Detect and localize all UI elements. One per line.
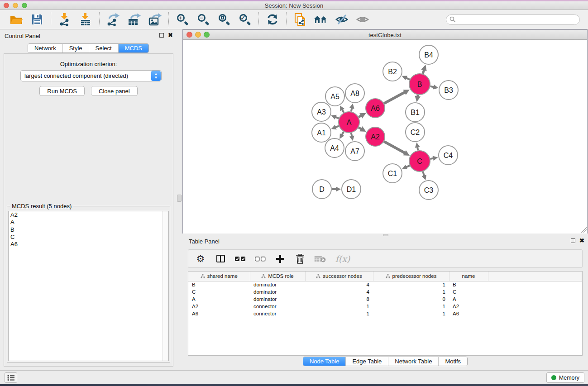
- result-list-item[interactable]: B: [9, 226, 168, 234]
- network-canvas[interactable]: B4B2BB3A8A5A6A3B1AA1C2A2A4A7C4CC1DD1C3: [183, 40, 587, 234]
- export-image-button[interactable]: [147, 12, 163, 27]
- show-all-button[interactable]: [354, 12, 371, 27]
- import-table-button[interactable]: [77, 12, 94, 27]
- zoom-selected-button[interactable]: ✓: [237, 12, 253, 27]
- network-window-titlebar[interactable]: testGlobe.txt: [183, 30, 587, 40]
- result-list-item[interactable]: A: [9, 219, 168, 226]
- hide-selected-button[interactable]: [334, 12, 350, 27]
- vertical-splitter[interactable]: [177, 29, 182, 370]
- table-cell[interactable]: 1: [373, 303, 449, 310]
- minimize-window-button[interactable]: [13, 3, 18, 8]
- table-cell[interactable]: A6: [449, 310, 488, 317]
- task-history-button[interactable]: [5, 372, 17, 383]
- edge-A2-C[interactable]: [384, 142, 405, 153]
- window-resize-handle[interactable]: [581, 227, 587, 233]
- node-table[interactable]: shared nameMCDS rolesuccessor nodesprede…: [188, 271, 583, 356]
- result-list-item[interactable]: A6: [9, 241, 168, 248]
- table-row[interactable]: A2connector11A2: [188, 303, 582, 310]
- memory-button[interactable]: Memory: [546, 372, 584, 383]
- toggle-panel-layout-button[interactable]: [215, 253, 226, 265]
- float-table-panel-icon[interactable]: [571, 238, 575, 243]
- column-header-MCDS-role[interactable]: MCDS role: [250, 272, 305, 281]
- list-scrollbar[interactable]: [163, 211, 168, 361]
- table-row[interactable]: Bdominator41B: [188, 281, 582, 288]
- table-cell[interactable]: 1: [305, 310, 373, 317]
- table-cell[interactable]: 4: [305, 288, 373, 295]
- table-cell[interactable]: 1: [305, 303, 373, 310]
- window-titlebar[interactable]: Session: New Session: [0, 1, 588, 10]
- table-cell[interactable]: B: [449, 281, 488, 288]
- table-cell[interactable]: 1: [373, 310, 449, 317]
- deselect-all-columns-button[interactable]: [254, 253, 266, 265]
- select-all-columns-button[interactable]: [234, 253, 246, 265]
- result-list-item[interactable]: C: [9, 234, 168, 241]
- table-cell[interactable]: A6: [188, 310, 250, 317]
- table-cell[interactable]: 1: [373, 288, 449, 295]
- function-builder-button[interactable]: f(x): [334, 253, 351, 265]
- table-cell[interactable]: C: [449, 288, 488, 295]
- export-network-button[interactable]: [105, 12, 121, 27]
- zoom-fit-button[interactable]: [216, 12, 232, 27]
- node-label-B3: B3: [444, 86, 453, 94]
- table-cell[interactable]: 1: [373, 281, 449, 288]
- table-cell[interactable]: 8: [305, 295, 373, 303]
- edge-A6-B[interactable]: [384, 92, 405, 103]
- add-column-button[interactable]: [274, 253, 286, 265]
- table-row[interactable]: A6connector11A6: [188, 310, 582, 317]
- tab-select[interactable]: Select: [89, 44, 119, 52]
- table-cell[interactable]: C: [188, 288, 250, 295]
- table-cell[interactable]: connector: [250, 303, 305, 310]
- zoom-out-button[interactable]: −: [195, 12, 211, 27]
- tab-node-table[interactable]: Node Table: [303, 357, 346, 366]
- column-header-predecessor-nodes[interactable]: predecessor nodes: [373, 272, 449, 281]
- table-cell[interactable]: dominator: [250, 288, 305, 295]
- table-cell[interactable]: dominator: [250, 295, 305, 303]
- run-mcds-button[interactable]: Run MCDS: [39, 86, 85, 96]
- table-settings-button[interactable]: ⚙: [195, 253, 206, 265]
- table-cell[interactable]: B: [188, 281, 250, 288]
- table-row[interactable]: Cdominator41C: [188, 288, 582, 295]
- close-table-panel-icon[interactable]: ✖: [579, 238, 584, 243]
- column-header-successor-nodes[interactable]: successor nodes: [305, 272, 373, 281]
- new-network-from-selection-button[interactable]: [292, 12, 308, 27]
- tab-network-table[interactable]: Network Table: [388, 357, 439, 366]
- first-neighbors-button[interactable]: [313, 12, 329, 27]
- delete-column-button[interactable]: [294, 253, 306, 265]
- refresh-layout-button[interactable]: [264, 12, 281, 27]
- result-list-item[interactable]: A2: [9, 211, 168, 219]
- clear-table-button[interactable]: [314, 253, 326, 265]
- column-header-name[interactable]: name: [449, 272, 488, 281]
- table-cell[interactable]: A: [188, 295, 250, 303]
- table-cell[interactable]: 0: [373, 295, 449, 303]
- table-cell[interactable]: connector: [250, 310, 305, 317]
- criterion-select[interactable]: largest connected component (directed) ▲…: [20, 70, 162, 81]
- table-cell[interactable]: dominator: [250, 281, 305, 288]
- network-graph[interactable]: B4B2BB3A8A5A6A3B1AA1C2A2A4A7C4CC1DD1C3: [183, 40, 587, 234]
- tab-motifs[interactable]: Motifs: [439, 357, 467, 366]
- tab-network[interactable]: Network: [28, 44, 63, 52]
- zoom-window-button[interactable]: [22, 3, 27, 8]
- export-table-button[interactable]: [126, 12, 142, 27]
- table-cell[interactable]: A: [449, 295, 488, 303]
- zoom-in-button[interactable]: +: [174, 12, 191, 27]
- column-header-shared-name[interactable]: shared name: [188, 272, 250, 281]
- close-panel-icon[interactable]: ✖: [168, 33, 173, 38]
- open-session-button[interactable]: [8, 12, 24, 27]
- mcds-result-list[interactable]: A2ABCA6: [8, 211, 169, 361]
- tab-style[interactable]: Style: [63, 44, 89, 52]
- edge-C-C3[interactable]: [423, 172, 424, 176]
- save-session-button[interactable]: [29, 12, 45, 27]
- table-cell[interactable]: A2: [449, 303, 488, 310]
- horizontal-splitter-grip[interactable]: [383, 234, 388, 236]
- import-network-button[interactable]: [57, 12, 73, 27]
- float-panel-icon[interactable]: [159, 33, 164, 38]
- close-panel-button[interactable]: Close panel: [91, 86, 138, 96]
- table-cell[interactable]: A2: [188, 303, 250, 310]
- close-window-button[interactable]: [4, 3, 9, 8]
- table-row[interactable]: Adominator80A: [188, 295, 582, 303]
- tab-edge-table[interactable]: Edge Table: [346, 357, 388, 366]
- splitter-grip[interactable]: [177, 195, 182, 202]
- table-cell[interactable]: 4: [305, 281, 373, 288]
- tab-mcds[interactable]: MCDS: [119, 44, 148, 52]
- search-input[interactable]: [446, 14, 580, 25]
